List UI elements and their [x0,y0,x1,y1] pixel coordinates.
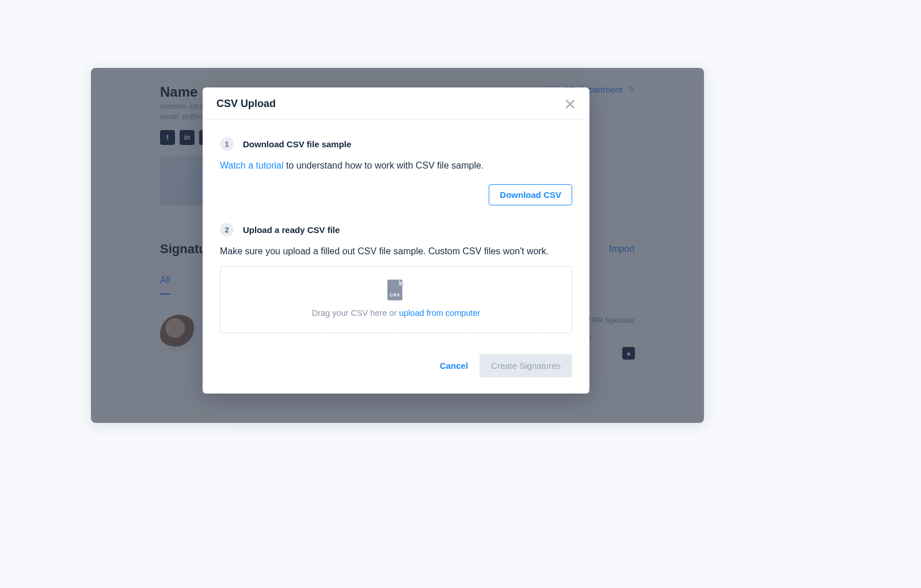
step-2-desc: Make sure you upload a filled out CSV fi… [220,245,572,258]
stage: Name PR Specialist at Lotus Ltd website:… [0,0,921,588]
step-2-badge: 2 [220,223,234,236]
modal-title: CSV Upload [216,98,276,110]
step-1-title: Download CSV file sample [243,139,351,149]
step-1-desc: to understand how to work with CSV file … [284,161,484,170]
drag-text: Drag your CSV here or [312,308,399,318]
download-csv-button[interactable]: Download CSV [489,184,572,205]
create-signatures-button[interactable]: Create Signatures [479,354,572,377]
step-1-badge: 1 [220,137,234,151]
csv-upload-modal: CSV Upload 1 Download CSV file sample Wa… [203,87,589,394]
cancel-button[interactable]: Cancel [440,361,468,371]
upload-from-computer-link[interactable]: upload from computer [399,308,480,318]
close-icon[interactable] [564,98,576,110]
csv-file-icon: CSV [387,280,405,300]
watch-tutorial-link[interactable]: Watch a tutorial [220,161,284,170]
csv-badge-text: CSV [387,292,402,297]
csv-dropzone[interactable]: CSV Drag your CSV here or upload from co… [220,266,572,333]
step-2-title: Upload a ready CSV file [243,225,340,235]
